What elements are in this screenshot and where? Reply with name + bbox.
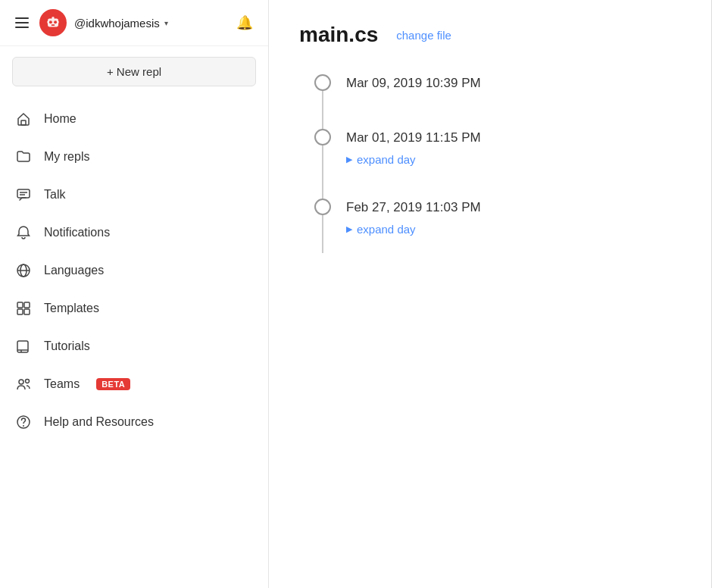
teams-icon [15, 376, 32, 393]
talk-icon [15, 186, 32, 203]
timeline-connector-1 [314, 74, 331, 129]
timeline-item-1: Mar 09, 2019 10:39 PM [314, 74, 682, 129]
svg-point-24 [23, 425, 24, 427]
sidebar-item-my-repls-label: My repls [44, 150, 89, 164]
svg-rect-17 [17, 309, 23, 314]
svg-rect-18 [24, 309, 30, 314]
new-repl-button[interactable]: + New repl [12, 57, 256, 86]
timeline-connector-2 [314, 129, 331, 199]
sidebar-item-templates[interactable]: Templates [0, 289, 268, 327]
timeline-line-1 [322, 91, 323, 129]
sidebar-item-tutorials-label: Tutorials [44, 339, 90, 353]
svg-point-2 [49, 20, 52, 23]
expand-triangle-icon-3: ▶ [346, 224, 352, 234]
svg-rect-6 [47, 21, 48, 23]
svg-point-21 [19, 380, 23, 384]
sidebar-item-languages-label: Languages [44, 264, 104, 277]
timeline-content-3: Feb 27, 2019 11:03 PM ▶ expand day [346, 199, 481, 266]
sidebar-item-tutorials[interactable]: Tutorials [0, 327, 268, 365]
hamburger-menu-button[interactable] [12, 14, 32, 31]
globe-icon [15, 262, 32, 279]
timeline-line-2 [322, 145, 323, 199]
timeline-connector-3 [314, 199, 331, 253]
home-icon [15, 111, 32, 127]
sidebar-item-teams[interactable]: Teams BETA [0, 365, 268, 403]
svg-point-3 [54, 20, 57, 23]
svg-rect-5 [52, 17, 54, 19]
notifications-bell-icon [15, 224, 32, 241]
expand-triangle-icon-2: ▶ [346, 155, 352, 164]
sidebar: @idkwhojamesis ▾ 🔔 + New repl Home [0, 0, 269, 588]
svg-rect-15 [17, 302, 23, 308]
help-icon [15, 414, 32, 430]
sidebar-nav: Home My repls Talk [0, 97, 268, 588]
sidebar-item-teams-label: Teams [44, 377, 80, 391]
svg-rect-4 [52, 24, 55, 26]
timeline-circle-3 [314, 199, 331, 215]
sidebar-item-notifications-label: Notifications [44, 226, 110, 239]
timeline-item-2: Mar 01, 2019 11:15 PM ▶ expand day [314, 129, 682, 199]
timeline-item-3: Feb 27, 2019 11:03 PM ▶ expand day [314, 199, 682, 266]
username-label: @idkwhojamesis [74, 17, 160, 30]
svg-rect-8 [21, 120, 26, 125]
expand-day-2[interactable]: ▶ expand day [346, 153, 481, 166]
sidebar-item-my-repls[interactable]: My repls [0, 138, 268, 176]
change-file-link[interactable]: change file [396, 29, 451, 42]
svg-rect-9 [17, 189, 30, 198]
book-icon [15, 338, 32, 355]
new-repl-label: + New repl [107, 65, 161, 78]
expand-day-label-3: expand day [357, 223, 416, 236]
sidebar-item-home[interactable]: Home [0, 100, 268, 138]
sidebar-item-home-label: Home [44, 112, 77, 126]
timeline-circle-1 [314, 74, 331, 91]
expand-day-3[interactable]: ▶ expand day [346, 223, 481, 236]
sidebar-item-help-label: Help and Resources [44, 415, 154, 429]
file-header: main.cs change file [299, 23, 682, 47]
username-area[interactable]: @idkwhojamesis ▾ [74, 17, 226, 30]
notification-bell-icon[interactable]: 🔔 [233, 11, 256, 34]
sidebar-header: @idkwhojamesis ▾ 🔔 [0, 0, 268, 46]
timeline-content-2: Mar 01, 2019 11:15 PM ▶ expand day [346, 129, 481, 196]
timeline-circle-2 [314, 129, 331, 145]
timeline-content-1: Mar 09, 2019 10:39 PM [346, 74, 481, 106]
main-content: main.cs change file Mar 09, 2019 10:39 P… [269, 0, 712, 588]
avatar[interactable] [39, 9, 67, 36]
timeline: Mar 09, 2019 10:39 PM Mar 01, 2019 11:15… [299, 74, 682, 266]
timeline-date-1: Mar 09, 2019 10:39 PM [346, 76, 481, 90]
chevron-down-icon: ▾ [164, 19, 168, 27]
timeline-date-2: Mar 01, 2019 11:15 PM [346, 130, 481, 145]
svg-point-22 [26, 380, 30, 383]
file-name: main.cs [299, 23, 378, 47]
timeline-date-3: Feb 27, 2019 11:03 PM [346, 200, 481, 214]
folder-icon [15, 149, 32, 165]
beta-badge: BETA [96, 378, 130, 390]
sidebar-item-talk[interactable]: Talk [0, 176, 268, 214]
svg-rect-16 [24, 302, 30, 308]
sidebar-item-languages[interactable]: Languages [0, 252, 268, 289]
expand-day-label-2: expand day [357, 153, 416, 166]
sidebar-item-notifications[interactable]: Notifications [0, 214, 268, 252]
sidebar-item-help[interactable]: Help and Resources [0, 403, 268, 441]
sidebar-item-templates-label: Templates [44, 302, 99, 315]
svg-rect-7 [58, 21, 59, 23]
sidebar-item-talk-label: Talk [44, 188, 65, 202]
templates-icon [15, 300, 32, 317]
timeline-line-3 [322, 215, 323, 253]
